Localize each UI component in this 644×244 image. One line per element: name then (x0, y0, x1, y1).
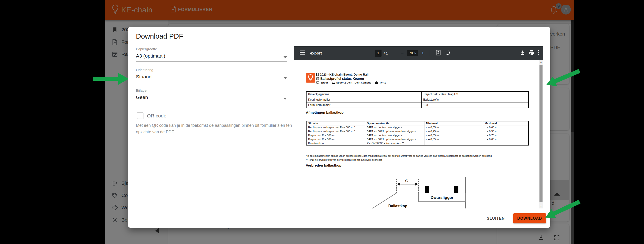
ballast-label: Ballastkop (388, 204, 407, 208)
edit-icon (316, 77, 319, 80)
ballast-diagram: C Dwarsligger Ballastkop (306, 172, 470, 208)
fit-page-icon[interactable] (436, 50, 440, 56)
zoom-out-button[interactable]: − (399, 51, 406, 56)
pdf-scope: Spoor (320, 81, 328, 84)
pdf-doc-title: export (310, 51, 322, 55)
pdf-form-title: Ballastprofiel status Keuren (320, 77, 364, 81)
chevron-down-icon (284, 77, 287, 79)
team-icon (332, 81, 335, 84)
pdf-scrollbar-thumb[interactable] (540, 65, 542, 202)
table-row: Rechtspoor en bogen met R>= 500 m *54E1 … (306, 129, 528, 133)
zoom-level[interactable]: 70% (407, 50, 418, 56)
page-count: / 1 (384, 51, 388, 55)
chevron-down-icon (284, 98, 287, 100)
pdf-tvp: TVP1 (380, 81, 386, 84)
table-row: Rechtspoor en bogen met R>= 500 m *54E1 … (306, 125, 528, 129)
pdf-preview: export 1 / 1 − 70% + (294, 46, 543, 208)
dialog-title: Download PDF (136, 32, 183, 40)
table-row: Bogen met R < 500 m54E1 en 60E1 op beton… (306, 137, 528, 141)
pdf-team: Spoor 2 Delft - Delft Campus (336, 81, 371, 84)
chevron-down-icon (284, 56, 287, 58)
bijlagen-select[interactable]: Bijlagen Geen (136, 88, 287, 103)
orientering-select[interactable]: Oriëntering Staand (136, 68, 287, 82)
download-button[interactable]: DOWNLOAD (513, 213, 546, 223)
scroll-down-icon[interactable]: ▼ (539, 205, 543, 208)
lightbulb-icon (306, 73, 315, 83)
more-icon[interactable] (538, 50, 539, 56)
dimension-label: C (405, 178, 408, 183)
qr-helper-text: Met een QR code kan je in de toekomst de… (136, 122, 300, 135)
download-pdf-dialog: Download PDF Papiergrootte A3 (optimaal)… (128, 27, 550, 228)
papiergrootte-select[interactable]: Papiergrootte A3 (optimaal) (136, 47, 287, 62)
page-number-input[interactable]: 1 (375, 50, 382, 57)
footnote: * Is op emplacementen sprake van in geko… (306, 155, 492, 157)
table-row: ProjectgegevensTraject Delft - Den Haag … (306, 92, 528, 97)
pdf-project-title: 2023 - KE-chain Event: Demo Rail (320, 73, 368, 76)
menu-icon[interactable] (300, 51, 305, 56)
qr-code-label[interactable]: QR code (147, 113, 166, 119)
pdf-scrollbar[interactable]: ▲ ▼ (539, 60, 543, 208)
pdf-page: 2023 - KE-chain Event: Demo Rail Ballast… (294, 60, 543, 208)
case-icon (375, 81, 378, 84)
bookmark-icon (316, 73, 319, 76)
rotate-icon[interactable] (445, 50, 450, 56)
table-row: KeuringsformulierBallastprofiel (306, 97, 528, 103)
scroll-up-icon[interactable]: ▲ (539, 61, 543, 63)
pdf-toolbar: export 1 / 1 − 70% + (294, 46, 543, 60)
table-header-row: Situatie Spoorconstructie Minimaal Maxim… (306, 121, 528, 125)
section-heading: Verbreden ballastkop (306, 163, 342, 167)
sleeper-label: Dwarsligger (430, 195, 454, 200)
table-row: KunstwerkenZie OVS0030 - Kunstwerken ** (306, 141, 528, 145)
download-icon[interactable] (520, 50, 526, 56)
scope-icon (316, 81, 319, 84)
table-row: Bogen met R < 500 m54E1 op houten dwarsl… (306, 133, 528, 137)
qr-code-checkbox[interactable] (137, 113, 144, 119)
sluiten-button[interactable]: SLUITEN (484, 213, 508, 223)
footnote: ** Tenzij het dwarsprofiel van de vrije … (306, 159, 382, 161)
project-info-table: ProjectgegevensTraject Delft - Den Haag … (306, 91, 529, 108)
section-heading: Afmetingen ballastkop (306, 111, 344, 115)
zoom-in-button[interactable]: + (420, 51, 426, 56)
table-row: Formuliernummer103 (306, 103, 528, 108)
ballast-spec-table: Situatie Spoorconstructie Minimaal Maxim… (306, 121, 529, 145)
pdf-kechain-logo (306, 73, 315, 83)
print-icon[interactable] (529, 50, 534, 56)
